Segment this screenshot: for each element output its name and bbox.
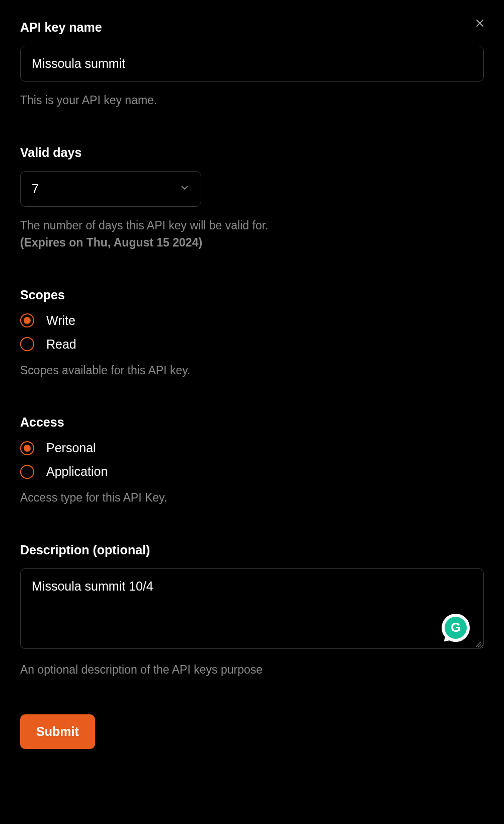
valid-days-helper-text: The number of days this API key will be …	[20, 219, 268, 232]
valid-days-helper: The number of days this API key will be …	[20, 217, 484, 252]
api-key-name-input[interactable]	[20, 46, 484, 81]
radio-icon	[20, 337, 34, 351]
access-helper: Access type for this API Key.	[20, 489, 484, 507]
radio-icon	[20, 465, 34, 479]
scopes-radio-write-label: Write	[46, 313, 75, 328]
submit-button[interactable]: Submit	[20, 714, 95, 749]
scopes-radio-write[interactable]: Write	[20, 313, 484, 328]
grammarly-badge[interactable]: G	[442, 614, 470, 642]
scopes-radio-group: Write Read	[20, 313, 484, 352]
radio-icon	[20, 441, 34, 455]
valid-days-select[interactable]: 7	[20, 171, 201, 207]
grammarly-icon: G	[445, 617, 467, 639]
access-radio-personal-label: Personal	[46, 441, 96, 455]
access-field: Access Personal Application Access type …	[20, 415, 484, 507]
access-radio-group: Personal Application	[20, 441, 484, 479]
access-radio-application-label: Application	[46, 464, 108, 479]
close-button[interactable]	[471, 14, 489, 32]
valid-days-field: Valid days 7 The number of days this API…	[20, 145, 484, 252]
api-key-name-field: API key name This is your API key name.	[20, 20, 484, 109]
scopes-radio-read-label: Read	[46, 337, 76, 352]
valid-days-select-wrapper: 7	[20, 171, 201, 207]
scopes-helper: Scopes available for this API key.	[20, 362, 484, 379]
close-icon	[474, 17, 486, 29]
description-textarea[interactable]: Missoula summit 10/4	[20, 568, 484, 649]
description-label: Description (optional)	[20, 543, 484, 557]
valid-days-label: Valid days	[20, 145, 484, 160]
access-radio-application[interactable]: Application	[20, 464, 484, 479]
valid-days-expires: (Expires on Thu, August 15 2024)	[20, 236, 202, 249]
access-label: Access	[20, 415, 484, 430]
scopes-field: Scopes Write Read Scopes available for t…	[20, 288, 484, 379]
description-textarea-wrapper: Missoula summit 10/4 G	[20, 568, 484, 651]
description-field: Description (optional) Missoula summit 1…	[20, 543, 484, 679]
scopes-label: Scopes	[20, 288, 484, 302]
api-key-name-helper: This is your API key name.	[20, 92, 484, 109]
api-key-name-label: API key name	[20, 20, 484, 35]
description-helper: An optional description of the API keys …	[20, 661, 484, 679]
scopes-radio-read[interactable]: Read	[20, 337, 484, 352]
radio-icon	[20, 313, 34, 327]
access-radio-personal[interactable]: Personal	[20, 441, 484, 455]
